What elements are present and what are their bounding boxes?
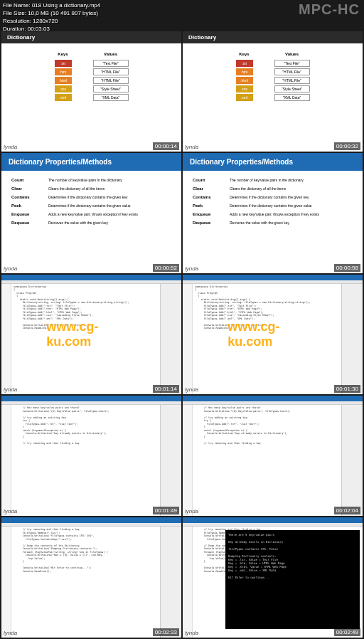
app-title: MPC-HC [299,1,360,18]
file-metadata: File Name: 018 Using a dictionary.mp4 Fi… [3,1,100,33]
thumbnail-10[interactable]: // try removing and then finding a key f… [183,517,363,638]
thumbnail-9[interactable]: // try removing and then finding a key f… [1,517,181,638]
thumbnail-3[interactable]: Dictionary Properties/Methods CountThe n… [1,153,181,273]
slide-title: Dictionary Properties/Methods [1,153,181,171]
thumbnail-8[interactable]: // How many key/value pairs are there? C… [183,396,363,516]
properties-table: CountThe number of key/value pairs in th… [1,171,181,236]
console-output: There are 5 key/value pairs Key already … [225,530,360,629]
slide-title: Dictionary [1,31,181,43]
thumbnail-6[interactable]: namespace Dictionaries { class Program {… [183,275,363,395]
code-editor: namespace Dictionaries { class Program {… [11,284,160,395]
dictionary-diagram: Keys .txt .htm .html .css .xml Values "T… [1,43,181,110]
thumbnail-4[interactable]: Dictionary Properties/Methods CountThe n… [183,153,363,273]
brand-watermark: lynda [4,144,17,150]
thumbnail-grid: Dictionary Keys .txt .htm .html .css .xm… [0,0,364,639]
thumbnail-1[interactable]: Dictionary Keys .txt .htm .html .css .xm… [1,31,181,152]
thumbnail-5[interactable]: namespace Dictionaries { class Program {… [1,275,181,395]
thumbnail-2[interactable]: Dictionary Keys .txt .htm .html .css .xm… [183,31,363,152]
timestamp: 00:00:14 [153,142,179,150]
thumbnail-7[interactable]: // How many key/value pairs are there? C… [1,396,181,516]
